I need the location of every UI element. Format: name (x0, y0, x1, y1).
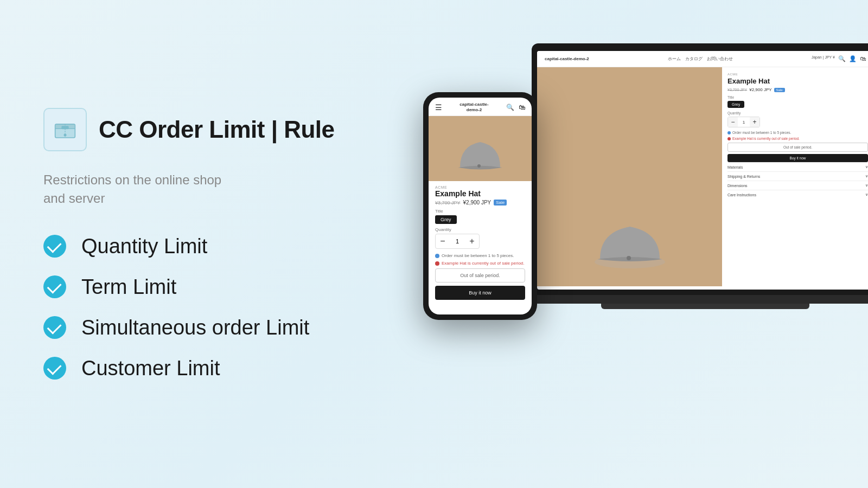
search-icon[interactable]: 🔍 (838, 55, 846, 62)
product-name-phone: Example Hat (435, 189, 525, 198)
feature-item-simultaneous: Simultaneous order Limit (43, 316, 347, 339)
error-msg-laptop: Example Hat is currently out of sale per… (727, 137, 868, 140)
cart-icon-phone[interactable]: 🛍 (519, 104, 525, 111)
info-msg-text-laptop: Order must be between 1 to 5 pieces. (732, 131, 791, 134)
color-btn-phone[interactable]: Grey (435, 215, 457, 224)
left-panel: CC Order Limit | Rule Restrictions on th… (0, 75, 391, 412)
accordion-label-care: Care Instructions (727, 193, 756, 197)
out-of-sale-btn-laptop[interactable]: Out of sale period. (727, 143, 868, 152)
laptop-stand (601, 304, 809, 309)
product-name-laptop: Example Hat (727, 77, 868, 85)
accordion-materials[interactable]: Materials ∨ (727, 162, 868, 171)
laptop-base (532, 295, 868, 304)
qty-value-laptop[interactable]: 1 (738, 120, 750, 125)
info-msg-phone: Order must be between 1 to 5 pieces. (435, 253, 525, 258)
store-brand-phone: capital-castle-demo-2 (442, 102, 506, 112)
store-product-laptop: ACME Example Hat ¥3,700 JPY ¥2,900 JPY S… (537, 67, 868, 286)
feature-item-quantity: Quantity Limit (43, 235, 347, 258)
qty-label-laptop: Quantity (727, 111, 868, 115)
accordion-chevron-care: ∨ (865, 192, 868, 197)
qty-plus-phone[interactable]: + (465, 234, 479, 248)
price-old-phone: ¥3,700 JPY (435, 200, 461, 206)
error-dot-laptop (727, 137, 731, 140)
buy-btn-laptop[interactable]: Buy it now (727, 154, 868, 162)
info-dot-blue-laptop (727, 131, 731, 134)
hat-illustration-laptop (592, 216, 668, 270)
accordion-care[interactable]: Care Instructions ∨ (727, 190, 868, 199)
search-icon-phone[interactable]: 🔍 (506, 104, 514, 111)
feature-label-quantity: Quantity Limit (81, 235, 207, 258)
feature-item-term: Term Limit (43, 275, 347, 299)
right-panel: capital-castle-demo-2 ホーム カタログ お問い合わせ Ja… (391, 0, 868, 488)
accordion-shipping[interactable]: Shipping & Returns ∨ (727, 171, 868, 181)
app-title: CC Order Limit | Rule (99, 116, 335, 143)
app-header: CC Order Limit | Rule (43, 108, 347, 151)
feature-label-customer: Customer Limit (81, 357, 220, 380)
qty-minus-phone[interactable]: − (436, 234, 450, 248)
product-brand-laptop: ACME (727, 73, 868, 76)
info-dot-blue-phone (435, 254, 439, 258)
store-brand-laptop: capital-castle-demo-2 (545, 56, 589, 61)
store-nav-laptop: capital-castle-demo-2 ホーム カタログ お問い合わせ Ja… (537, 51, 868, 67)
qty-value-phone[interactable]: 1 (450, 238, 465, 245)
qty-label-phone: Quantity (435, 227, 525, 232)
phone-body: ☰ capital-castle-demo-2 🔍 🛍 (423, 92, 537, 320)
buy-btn-phone[interactable]: Buy it now (435, 286, 525, 300)
store-nav-phone: ☰ capital-castle-demo-2 🔍 🛍 (429, 98, 532, 116)
svg-rect-3 (61, 126, 68, 130)
hamburger-icon[interactable]: ☰ (435, 103, 442, 112)
price-new-laptop: ¥2,900 JPY (749, 87, 771, 92)
phone-mockup: ☰ capital-castle-demo-2 🔍 🛍 (423, 92, 537, 320)
account-icon[interactable]: 👤 (849, 55, 857, 62)
laptop-mockup: capital-castle-demo-2 ホーム カタログ お問い合わせ Ja… (532, 43, 868, 309)
out-of-sale-btn-phone[interactable]: Out of sale period. (435, 268, 525, 282)
qty-plus-laptop[interactable]: + (750, 117, 760, 127)
app-icon (43, 108, 87, 151)
svg-point-7 (477, 164, 481, 168)
product-info-laptop: ACME Example Hat ¥3,700 JPY ¥2,900 JPY S… (722, 67, 868, 286)
check-icon-customer (43, 357, 66, 380)
store-nav-links: ホーム カタログ お問い合わせ (668, 56, 733, 62)
feature-item-customer: Customer Limit (43, 357, 347, 380)
accordion-label-shipping: Shipping & Returns (727, 175, 760, 178)
accordion-dimensions[interactable]: Dimensions ∨ (727, 181, 868, 190)
info-msg-laptop: Order must be between 1 to 5 pieces. (727, 131, 868, 134)
nav-link-contact[interactable]: お問い合わせ (707, 56, 733, 62)
feature-label-simultaneous: Simultaneous order Limit (81, 316, 309, 339)
sale-badge-laptop: Sale (774, 88, 785, 92)
cart-icon[interactable]: 🛍 (860, 55, 866, 62)
error-dot-phone (435, 261, 439, 266)
check-icon-term (43, 275, 66, 298)
nav-link-catalog[interactable]: カタログ (685, 56, 703, 62)
region-selector[interactable]: Japan | JPY ¥ (812, 55, 835, 62)
laptop-body: capital-castle-demo-2 ホーム カタログ お問い合わせ Ja… (532, 43, 868, 295)
title-label-phone: Title (435, 209, 525, 214)
color-btn-laptop[interactable]: Grey (727, 101, 744, 108)
price-row-phone: ¥3,700 JPY ¥2,900 JPY Sale (435, 200, 525, 206)
features-list: Quantity Limit Term Limit Simultaneous o… (43, 235, 347, 380)
product-image-laptop (537, 67, 722, 286)
product-image-phone (429, 116, 532, 181)
info-msg-text-phone: Order must be between 1 to 5 pieces. (442, 253, 514, 258)
qty-row-laptop: − 1 + (727, 117, 760, 127)
price-row-laptop: ¥3,700 JPY ¥2,900 JPY Sale (727, 87, 868, 92)
title-label-laptop: Title (727, 95, 868, 99)
phone-screen: ☰ capital-castle-demo-2 🔍 🛍 (429, 98, 532, 314)
accordion-chevron-dimensions: ∨ (865, 183, 868, 188)
error-msg-text-phone: Example Hat is currently out of sale per… (442, 261, 525, 266)
accordion-label-dimensions: Dimensions (727, 184, 748, 188)
qty-row-phone: − 1 + (435, 234, 480, 249)
svg-point-4 (64, 134, 67, 137)
accordion-chevron-materials: ∨ (865, 165, 868, 169)
price-old-laptop: ¥3,700 JPY (727, 88, 747, 92)
product-info-phone: ACME Example Hat ¥3,700 JPY ¥2,900 JPY S… (429, 181, 532, 304)
feature-label-term: Term Limit (81, 275, 176, 299)
accordion-label-materials: Materials (727, 165, 743, 169)
hat-illustration-phone (456, 138, 505, 176)
phone-nav-icons: 🔍 🛍 (506, 104, 525, 111)
laptop-screen: capital-castle-demo-2 ホーム カタログ お問い合わせ Ja… (537, 51, 868, 290)
qty-minus-laptop[interactable]: − (728, 117, 738, 127)
error-msg-phone: Example Hat is currently out of sale per… (435, 261, 525, 266)
nav-link-home[interactable]: ホーム (668, 56, 681, 62)
product-brand-phone: ACME (435, 185, 525, 189)
